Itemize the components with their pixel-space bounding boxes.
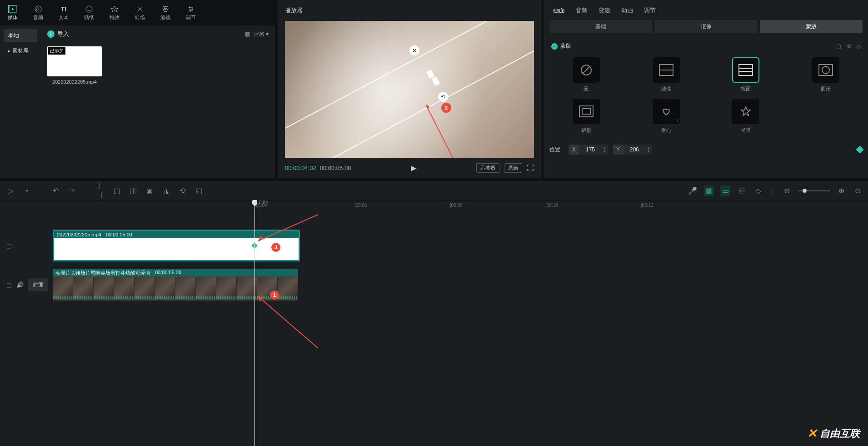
magnet-main-icon[interactable]: ▥ [704, 185, 714, 196]
corner-handle[interactable] [409, 45, 419, 55]
prop-tab-speed[interactable]: 变速 [599, 6, 610, 15]
module-tabs: 媒体 音频 TI 文本 贴纸 特效 转场 [0, 0, 275, 25]
mask-handle[interactable] [431, 76, 440, 86]
mask-star[interactable]: ↓ [732, 99, 759, 124]
select-mode-chevron[interactable]: ▾ [22, 189, 32, 193]
svg-rect-22 [582, 109, 590, 114]
track-toggle-icon[interactable]: ▢ [6, 281, 12, 288]
sub-tab-cutout[interactable]: 抠像 [655, 20, 758, 33]
mask-mirror[interactable] [732, 57, 759, 83]
mask-rect[interactable] [573, 99, 600, 124]
mask-section-title: 蒙版 [560, 42, 571, 50]
media-filename: 202202022205.mp4 [47, 79, 102, 85]
mask-edge-line[interactable] [285, 21, 534, 145]
tab-effects[interactable]: 特效 [102, 0, 127, 25]
cover-button[interactable]: 封面 [28, 278, 48, 291]
rotate-handle[interactable]: ⟲ [438, 92, 448, 102]
mirror-tool[interactable]: ◮ [161, 186, 171, 195]
mask-circle[interactable]: ↓ [812, 57, 839, 83]
text-icon: TI [59, 5, 68, 13]
mask-enabled-check[interactable]: ✓ [551, 43, 558, 50]
sidebar-item-library[interactable]: ▸ 素材库 [4, 44, 37, 57]
tab-adjust[interactable]: 调节 [178, 0, 204, 25]
rotate-tool[interactable]: ⟲ [177, 186, 187, 195]
sub-tab-basic[interactable]: 基础 [549, 20, 652, 33]
zoom-fit-icon[interactable]: ⊙ [853, 186, 863, 195]
prop-tab-canvas[interactable]: 画面 [553, 6, 565, 15]
svg-rect-16 [739, 65, 753, 75]
prop-tab-adjust[interactable]: 调节 [644, 6, 656, 15]
overlay-clip[interactable]: 202202022205.mp4 00:00:05:00 3 [53, 230, 300, 261]
import-button[interactable]: + 导入 [47, 30, 69, 38]
original-ratio-button[interactable]: 原始 [504, 163, 522, 173]
added-badge: 已添加 [48, 47, 65, 55]
play-button[interactable]: ▶ [411, 164, 416, 172]
mask-linear[interactable] [653, 57, 680, 83]
freeze-tool[interactable]: ◉ [145, 186, 155, 195]
oscilloscope-button[interactable]: 示波器 [476, 163, 499, 173]
timeline-ruler[interactable]: 0:04 |00:04 |00:06 |00:08 |00:10 |00:12 [0, 201, 868, 211]
mask-heart[interactable]: ↓ [653, 99, 680, 124]
player-controls: 00:00:04:02 00:00:05:00 ▶ 示波器 原始 ⛶ [278, 158, 541, 178]
zoom-in-icon[interactable]: ⊕ [836, 186, 846, 195]
split-tool[interactable]: 〕〔 [95, 181, 105, 200]
reset-mask-icon[interactable]: ⟲ [847, 43, 851, 50]
link-icon[interactable]: ⊟ [737, 186, 747, 195]
tab-filter[interactable]: 滤镜 [153, 0, 178, 25]
tracks-area: ▢ 202202022205.mp4 00:00:05:00 3 ▢ 🔊 封面 … [0, 211, 868, 446]
redo-button[interactable]: ↷ [67, 186, 77, 195]
view-mode-dropdown[interactable]: 宫格 ▾ [254, 30, 269, 38]
player-title: 播放器 [278, 0, 541, 21]
crop-tool[interactable]: ◱ [194, 186, 204, 195]
annotation-badge-1: 1 [270, 291, 279, 300]
keyframe-toggle[interactable] [856, 146, 864, 154]
total-time: 00:00:05:00 [320, 165, 351, 171]
effects-icon [110, 5, 119, 13]
sub-tab-mask[interactable]: 蒙版 [760, 20, 863, 33]
position-y-input[interactable]: Y206▲▼ [613, 145, 652, 155]
tab-audio[interactable]: 音频 [25, 0, 51, 25]
undo-button[interactable]: ↶ [50, 186, 60, 195]
select-tool[interactable]: ▷ [5, 186, 15, 195]
edit-mask-icon[interactable]: ▢ [836, 43, 841, 50]
tab-text[interactable]: TI 文本 [51, 0, 76, 25]
svg-point-20 [822, 66, 829, 74]
playhead[interactable]: 0:04 [254, 201, 255, 446]
keyframe-icon[interactable]: ◇ [857, 43, 861, 50]
prop-tab-audio[interactable]: 音频 [576, 6, 588, 15]
player-viewport[interactable]: ⟲ 2 [285, 21, 534, 158]
media-sidebar: 本地 ▸ 素材库 [0, 25, 41, 178]
plus-icon: + [47, 30, 55, 38]
filter-icon [161, 5, 170, 13]
magnet-track-icon[interactable]: ▭ [720, 185, 730, 196]
track-toggle-icon[interactable]: ▢ [6, 242, 12, 249]
svg-rect-21 [579, 106, 593, 117]
mask-none[interactable] [573, 57, 600, 83]
preview-icon[interactable]: ◇ [753, 186, 763, 195]
film-icon [8, 5, 17, 13]
delete-tool[interactable]: ▢ [112, 186, 122, 195]
download-icon: ↓ [676, 118, 678, 123]
main-clip[interactable]: 动漫片头转场片尾唯美场所打斗炫酷可爱萌 00:00:05:00 1 [53, 269, 298, 301]
timeline-toolbar: ▷ ▾ ↶ ↷ 〕〔 ▢ ◫ ◉ ◮ ⟲ ◱ 🎤 ▥ ▭ ⊟ ◇ ⊖ ⊕ ⊙ [0, 181, 868, 201]
current-time: 00:00:04:02 [285, 165, 316, 171]
tab-sticker[interactable]: 贴纸 [76, 0, 102, 25]
transition-icon [135, 5, 145, 13]
crop-left-tool[interactable]: ◫ [128, 186, 138, 195]
prop-tab-animation[interactable]: 动画 [621, 6, 633, 15]
zoom-slider[interactable] [798, 190, 830, 191]
grid-view-icon[interactable]: ▦ [245, 31, 250, 37]
clip-duration: 00:00:05:00 [106, 232, 132, 237]
download-icon: ↓ [756, 118, 758, 123]
mask-edge-line[interactable] [285, 35, 534, 158]
position-x-input[interactable]: X175▲▼ [569, 145, 608, 155]
sidebar-item-local[interactable]: 本地 [4, 29, 37, 42]
media-item[interactable]: 已添加 202202022205.mp4 [47, 46, 102, 85]
mute-icon[interactable]: 🔊 [16, 281, 24, 288]
clip-name: 动漫片头转场片尾唯美场所打斗炫酷可爱萌 [55, 270, 150, 276]
tab-transition[interactable]: 转场 [127, 0, 153, 25]
tab-media[interactable]: 媒体 [0, 0, 25, 25]
fullscreen-icon[interactable]: ⛶ [527, 164, 534, 172]
zoom-out-icon[interactable]: ⊖ [782, 186, 792, 195]
mic-icon[interactable]: 🎤 [688, 186, 698, 195]
